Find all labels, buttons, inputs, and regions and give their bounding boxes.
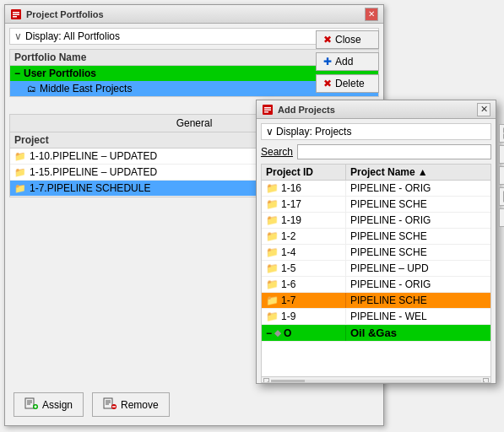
row-name: Oil &Gas — [346, 325, 490, 341]
modal-display-bar[interactable]: ∨ Display: Projects — [261, 123, 491, 140]
row-folder-icon: 📁 — [266, 246, 279, 258]
modal-display-arrow: ∨ — [266, 126, 274, 138]
row-id: 📁 1-4 — [262, 245, 346, 260]
modal-rows: 📁 1-16 PIPELINE - ORIG 📁 1-17 PIPELINE S… — [262, 181, 490, 375]
main-title-bar: Project Portfolios ✕ — [5, 5, 383, 24]
delete-icon: ✖ — [323, 78, 332, 89]
assign-button[interactable]: Assign — [14, 392, 84, 417]
close-label: Close — [335, 34, 361, 46]
window-title: Project Portfolios — [26, 9, 365, 19]
row-folder-icon: 📁 — [266, 230, 279, 242]
project-name-3: 1-7.PIPELINE SCHEDULE — [30, 182, 150, 194]
close-button[interactable]: ✖ Close — [316, 30, 379, 49]
modal-display-text: Display: Projects — [276, 126, 351, 138]
delete-button[interactable]: ✖ Delete — [316, 74, 379, 93]
display-bar-text: Display: All Portfolios — [25, 30, 120, 42]
bottom-buttons: Assign Remove — [14, 392, 170, 417]
row-name: PIPELINE SCHE — [346, 197, 490, 212]
table-row-section[interactable]: − ◆ O Oil &Gas — [262, 325, 490, 342]
row-id: 📁 1-6 — [262, 277, 346, 292]
assign-icon — [24, 397, 38, 413]
row-folder-icon: 📁 — [266, 310, 279, 322]
modal-title: Add Projects — [278, 105, 477, 115]
assign-label: Assign — [42, 399, 73, 411]
row-id: − ◆ O — [262, 326, 346, 341]
row-name: PIPELINE - WEL — [346, 309, 490, 324]
row-name: PIPELINE SCHE — [346, 229, 490, 244]
add-label: Add — [335, 56, 353, 68]
table-row[interactable]: 📁 1-16 PIPELINE - ORIG — [262, 181, 490, 197]
diamond-icon: ◆ — [274, 328, 281, 338]
side-buttons: ✖ Close ✚ Add ✖ Delete — [316, 30, 379, 93]
table-row[interactable]: 📁 1-19 PIPELINE - ORIG — [262, 213, 490, 229]
svg-rect-11 — [104, 398, 112, 408]
row-id: 📁 1-9 — [262, 309, 346, 324]
modal-search-row: Search — [261, 144, 491, 159]
window-close-button[interactable]: ✕ — [365, 8, 378, 21]
scroll-left-button[interactable]: ◂ — [263, 378, 269, 384]
modal-icon — [262, 104, 274, 116]
modal-title-bar: Add Projects ✕ — [257, 100, 496, 119]
col-id-header: Project ID — [262, 165, 346, 180]
modal-table: Project ID Project Name ▲ 📁 1-16 PIPELIN… — [261, 164, 491, 383]
row-folder-icon: 📁 — [266, 262, 279, 274]
row-name: PIPELINE SCHE — [346, 293, 490, 308]
svg-rect-20 — [264, 111, 268, 113]
remove-icon — [103, 397, 117, 413]
svg-rect-1 — [13, 12, 19, 14]
window-icon — [10, 8, 22, 20]
table-row[interactable]: 📁 1-2 PIPELINE SCHE — [262, 229, 490, 245]
svg-rect-19 — [264, 109, 271, 111]
search-input[interactable] — [297, 144, 491, 159]
svg-rect-2 — [13, 14, 19, 15]
row-name: PIPELINE SCHE — [346, 245, 490, 260]
scroll-right-button[interactable]: ▸ — [483, 378, 489, 384]
row-folder-icon: 📁 — [266, 214, 279, 226]
svg-rect-4 — [25, 398, 34, 408]
modal-side-buttons — [499, 124, 504, 227]
folder-icon: 📁 — [14, 151, 26, 162]
row-name: PIPELINE - ORIG — [346, 213, 490, 228]
horizontal-scrollbar[interactable]: ◂ ▸ — [262, 376, 490, 383]
table-row[interactable]: 📁 1-9 PIPELINE - WEL — [262, 309, 490, 325]
sort-arrow[interactable]: ▲ — [418, 166, 428, 178]
portfolio-item-label: Middle East Projects — [40, 83, 132, 94]
row-id: 📁 1-17 — [262, 197, 346, 212]
row-folder-icon: 📁 — [266, 294, 279, 306]
display-arrow: ∨ — [14, 30, 22, 42]
svg-rect-18 — [264, 107, 271, 109]
add-projects-modal: Add Projects ✕ ∨ Display: Projects Searc… — [256, 100, 496, 384]
scrollbar-track — [271, 380, 481, 384]
table-row[interactable]: 📁 1-7 PIPELINE SCHE — [262, 293, 490, 309]
table-row[interactable]: 📁 1-17 PIPELINE SCHE — [262, 197, 490, 213]
table-row[interactable]: 📁 1-5 PIPELINE – UPD — [262, 261, 490, 277]
close-icon: ✖ — [323, 34, 332, 46]
row-folder-icon: 📁 — [266, 278, 279, 290]
row-id: 📁 1-5 — [262, 261, 346, 276]
modal-close-button[interactable]: ✕ — [477, 103, 490, 116]
modal-side-btn-5[interactable] — [499, 208, 504, 227]
search-label: Search — [261, 146, 293, 158]
remove-label: Remove — [121, 399, 159, 411]
modal-side-btn-1[interactable] — [499, 124, 504, 143]
row-id: 📁 1-2 — [262, 229, 346, 244]
modal-side-btn-3[interactable] — [499, 166, 504, 185]
portfolio-section-label: User Portfolios — [24, 68, 96, 79]
folder-icon: 📁 — [14, 183, 26, 194]
scrollbar-thumb — [271, 380, 305, 384]
row-id: 📁 1-16 — [262, 181, 346, 196]
svg-rect-3 — [13, 16, 17, 18]
add-icon: ✚ — [323, 56, 332, 68]
modal-table-header: Project ID Project Name ▲ — [262, 165, 490, 181]
table-row[interactable]: 📁 1-6 PIPELINE - ORIG — [262, 277, 490, 293]
remove-button[interactable]: Remove — [92, 392, 170, 417]
row-folder-icon: 📁 — [266, 182, 279, 194]
modal-side-btn-2[interactable] — [499, 145, 504, 164]
row-name: PIPELINE – UPD — [346, 261, 490, 276]
add-button[interactable]: ✚ Add — [316, 52, 379, 71]
modal-side-btn-4[interactable] — [499, 187, 504, 206]
table-row[interactable]: 📁 1-4 PIPELINE SCHE — [262, 245, 490, 261]
col-name-header: Project Name ▲ — [346, 165, 490, 180]
project-name-1: 1-10.PIPELINE – UPDATED — [30, 150, 157, 162]
row-folder-icon: 📁 — [266, 198, 279, 210]
